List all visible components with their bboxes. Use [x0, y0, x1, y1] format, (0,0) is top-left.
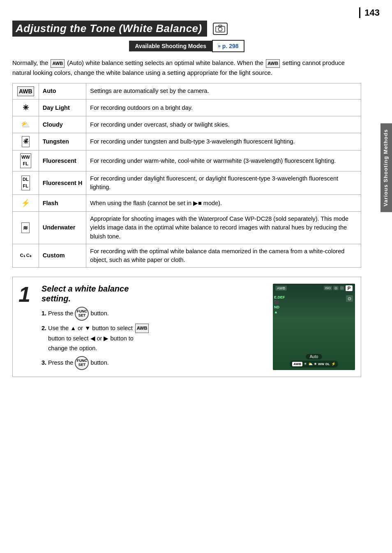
screen-wb-sun: ☀	[304, 362, 307, 366]
icon-underwater: ≋	[21, 222, 30, 233]
table-row: AWB Auto Settings are automatically set …	[13, 83, 361, 99]
svg-rect-2	[219, 25, 222, 27]
screen-wb-fluor2: DL	[325, 362, 330, 366]
page-number: 143	[359, 7, 380, 18]
name-custom: Custom	[39, 244, 86, 267]
table-row: WWFL Fluorescent For recording under war…	[13, 150, 361, 171]
icon-flash: ⚡	[21, 198, 30, 208]
shooting-modes-label: Available Shooting Modes	[129, 41, 212, 51]
shooting-modes-bar: Available Shooting Modes » p. 298	[12, 40, 361, 52]
desc-tungsten: For recording under tungsten and bulb-ty…	[86, 133, 361, 150]
table-row: ✳̈ Tungsten For recording under tungsten…	[13, 133, 361, 150]
screen-item-2: ⬛	[274, 300, 285, 304]
icon-daylight: ✳	[23, 102, 29, 113]
table-row: C₁ C₂ Custom For recording with the opti…	[13, 244, 361, 267]
name-flash: Flash	[39, 195, 86, 212]
desc-fluorescenth: For recording under daylight fluorescent…	[86, 171, 361, 195]
desc-cloudy: For recording under overcast, shady or t…	[86, 116, 361, 133]
icon-tungsten: ✳̈	[22, 136, 30, 147]
desc-underwater: Appropriate for shooting images with the…	[86, 212, 361, 244]
desc-fluorescent: For recording under warm-white, cool-whi…	[86, 150, 361, 171]
right-section-tab: Various Shooting Methods	[380, 123, 392, 212]
screen-auto-label: Auto	[306, 354, 323, 359]
step-1-title: Select a white balancesetting.	[42, 284, 265, 303]
name-underwater: Underwater	[39, 212, 86, 244]
screen-bottom: Auto AWB ☀ ⛅ ✳ WW DL ⚡	[273, 354, 355, 368]
table-row: DLFL Fluorescent H For recording under d…	[13, 171, 361, 195]
white-balance-table: AWB Auto Settings are automatically set …	[12, 83, 361, 268]
step-1-instructions: 1. Press the FUNCSET button. 2. Use the …	[42, 307, 265, 370]
step-inst-3-num: 3.	[42, 359, 46, 366]
icon-custom: C₁ C₂	[20, 252, 31, 259]
camera-icon	[213, 23, 228, 35]
arrow-left-icon: ◀	[90, 335, 95, 342]
screen-top-right: ISO ◎ □ P	[324, 285, 353, 291]
table-row: ⚡ Flash When using the flash (cannot be …	[13, 195, 361, 212]
arrow-down-icon: ▼	[85, 325, 90, 331]
chevron-double-icon: »	[218, 43, 221, 49]
icon-fluorescenth: DLFL	[21, 176, 30, 190]
desc-flash: When using the flash (cannot be set in ▶…	[86, 195, 361, 212]
step-camera-image: AWB ISO ◎ □ P E.DEF ⬛ ND ▲	[273, 284, 355, 370]
screen-wb-cloud: ⛅	[308, 362, 313, 366]
svg-point-1	[218, 27, 222, 31]
screen-item-1: E.DEF	[274, 295, 285, 299]
screen-item-3: ND	[274, 305, 285, 309]
screen-stab-icon: ◎	[333, 286, 339, 290]
icon-fluorescent: WWFL	[20, 153, 31, 168]
name-tungsten: Tungsten	[39, 133, 86, 150]
table-row: ✳ Day Light For recording outdoors on a …	[13, 99, 361, 116]
screen-right-icon: ⊙	[346, 294, 353, 302]
title-bar: Adjusting the Tone (White Balance)	[12, 21, 361, 37]
arrow-right-icon: ▶	[104, 335, 108, 342]
name-daylight: Day Light	[39, 99, 86, 116]
icon-cloudy: ⛅	[21, 119, 30, 130]
screen-wb-flash: ⚡	[331, 362, 336, 366]
step-1-content: Select a white balancesetting. 1. Press …	[42, 284, 265, 370]
awb-badge-2: AWB	[266, 59, 280, 68]
step-inst-2-num: 2.	[42, 325, 46, 331]
screen-wb-awb: AWB	[292, 362, 302, 366]
name-cloudy: Cloudy	[39, 116, 86, 133]
arrow-up-icon: ▲	[70, 325, 76, 331]
awb-badge-step: AWB	[135, 324, 149, 333]
screen-mode-p: P	[346, 285, 353, 291]
screen-wb-tung: ✳	[314, 362, 317, 366]
func-set-button-1: FUNCSET	[75, 307, 89, 321]
shooting-modes-page: p. 298	[222, 43, 239, 49]
screen-aspect-icon: □	[340, 286, 344, 290]
name-fluorescenth: Fluorescent H	[39, 171, 86, 195]
table-row: ≋ Underwater Appropriate for shooting im…	[13, 212, 361, 244]
table-row: ⛅ Cloudy For recording under overcast, s…	[13, 116, 361, 133]
func-set-button-2: FUNCSET	[75, 356, 89, 370]
camera-screen: AWB ISO ◎ □ P E.DEF ⬛ ND ▲	[273, 284, 355, 370]
name-auto: Auto	[39, 83, 86, 99]
screen-awb-icon: AWB	[275, 286, 287, 291]
main-content: Adjusting the Tone (White Balance) Avail…	[12, 21, 376, 377]
page-title: Adjusting the Tone (White Balance)	[12, 21, 207, 37]
screen-top-bar: AWB ISO ◎ □ P	[273, 284, 355, 293]
screen-dial-icon: ⊙	[346, 295, 353, 302]
awb-badge-1: AWB	[51, 59, 65, 68]
step-inst-1-num: 1.	[42, 310, 46, 316]
desc-auto: Settings are automatically set by the ca…	[86, 83, 361, 99]
screen-iso-icon: ISO	[324, 286, 332, 290]
intro-paragraph: Normally, the AWB (Auto) white balance s…	[12, 58, 361, 77]
step-number-1: 1	[18, 284, 34, 305]
screen-item-4: ▲	[274, 310, 285, 314]
shooting-modes-link[interactable]: » p. 298	[212, 40, 244, 52]
icon-auto: AWB	[17, 86, 34, 96]
step-1-section: 1 Select a white balancesetting. 1. Pres…	[12, 277, 361, 377]
screen-wb-fluor: WW	[318, 362, 324, 366]
desc-custom: For recording with the optimal white bal…	[86, 244, 361, 267]
screen-wb-row: AWB ☀ ⛅ ✳ WW DL ⚡	[290, 361, 338, 368]
desc-daylight: For recording outdoors on a bright day.	[86, 99, 361, 116]
screen-left-bar: E.DEF ⬛ ND ▲	[273, 294, 286, 315]
name-fluorescent: Fluorescent	[39, 150, 86, 171]
